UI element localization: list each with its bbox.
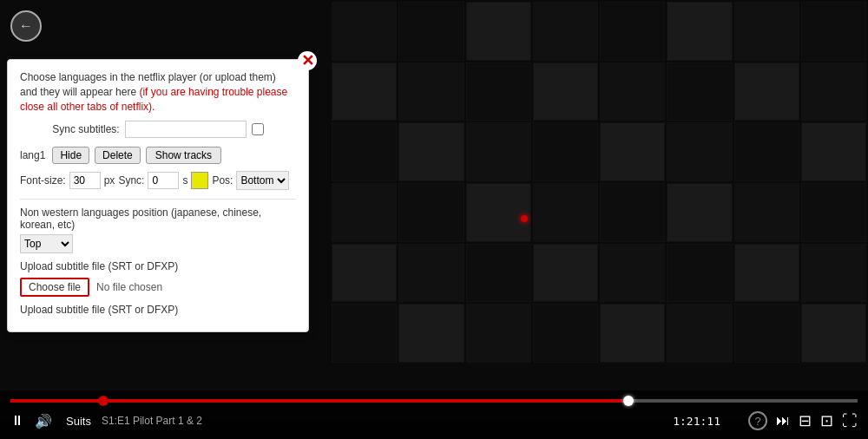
delete-button[interactable]: Delete [95,147,141,164]
progress-bar[interactable] [10,399,858,403]
dialog-description: Choose languages in the netflix player (… [20,70,296,114]
video-grid [330,0,868,364]
font-size-input[interactable] [69,172,101,189]
divider-1 [20,199,296,200]
show-name: Suits [66,415,91,428]
sync-label: Sync subtitles: [52,123,119,135]
lang-label: lang1 [20,149,45,161]
fullscreen-icon: ⛶ [842,412,858,430]
subtitle-icon: ⊟ [799,411,812,430]
next-icon: ⏭ [776,413,790,429]
position-select[interactable]: Top Bottom [20,234,73,253]
pos-label: Pos: [212,174,233,187]
sync-time-label: Sync: [118,174,144,187]
play-pause-icon: ⏸ [10,413,24,429]
dialog-close-button[interactable]: ✕ [298,51,317,70]
pos-select[interactable]: Bottom Top Middle [236,171,289,190]
subtitle-button[interactable]: ⊟ [799,411,812,430]
font-row: Font-size: px Sync: s Pos: Bottom Top Mi… [20,171,296,190]
progress-red-dot [98,396,108,406]
red-dot [521,215,528,222]
sync-row: Sync subtitles: [20,121,296,138]
volume-button[interactable]: 🔊 [35,413,52,429]
play-pause-button[interactable]: ⏸ [10,413,24,429]
time-display: 1:21:11 [673,415,720,428]
fullscreen-button[interactable]: ⛶ [842,412,858,430]
font-size-label: Font-size: [20,174,66,187]
help-icon: ? [754,415,760,428]
hide-button[interactable]: Hide [52,147,89,164]
upload-label-1: Upload subtitle file (SRT or DFXP) [20,260,296,272]
video-controls: ⏸ 🔊 Suits S1:E1 Pilot Part 1 & 2 1:21:11… [0,390,868,439]
non-western-label: Non western languages position (japanese… [20,206,296,231]
font-size-unit: px [104,174,115,187]
progress-thumb [623,396,634,406]
show-tracks-button[interactable]: Show tracks [146,147,221,164]
choose-file-button[interactable]: Choose file [20,278,89,297]
audio-button[interactable]: ⊡ [820,411,833,430]
sync-time-input[interactable] [148,172,179,189]
upload-label-2: Upload subtitle file (SRT or DFXP) [20,304,296,316]
back-button[interactable]: ← [10,10,42,42]
show-detail: S1:E1 Pilot Part 1 & 2 [102,415,202,427]
sync-input[interactable] [125,121,247,138]
volume-icon: 🔊 [35,413,52,429]
sync-checkbox[interactable] [252,123,264,135]
audio-icon: ⊡ [820,411,833,430]
color-swatch[interactable] [191,172,208,189]
controls-row: ⏸ 🔊 Suits S1:E1 Pilot Part 1 & 2 1:21:11… [0,411,868,430]
lang-row: lang1 Hide Delete Show tracks [20,147,296,164]
next-episode-button[interactable]: ⏭ [776,413,790,429]
help-button[interactable]: ? [748,411,767,430]
back-icon: ← [19,18,33,34]
subtitle-dialog: ✕ Choose languages in the netflix player… [7,59,309,332]
right-controls: ? ⏭ ⊟ ⊡ ⛶ [748,411,858,430]
no-file-text: No file chosen [96,281,162,293]
sync-time-unit: s [182,174,187,187]
close-icon: ✕ [301,53,314,69]
choose-file-row: Choose file No file chosen [20,278,296,297]
